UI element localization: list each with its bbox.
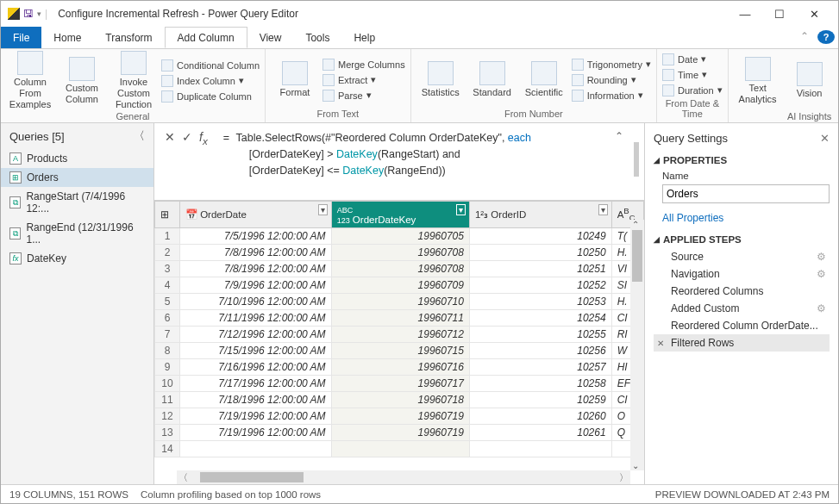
filter-dropdown-icon[interactable]: ▾ [456,204,466,215]
table-row[interactable]: 11 7/18/1996 12:00:00 AM 19960718 10259 … [155,392,644,408]
query-item[interactable]: ⧉RangeEnd (12/31/1996 1... [1,218,153,249]
table-row[interactable]: 9 7/16/1996 12:00:00 AM 19960716 10257 H… [155,359,644,376]
filter-dropdown-icon[interactable]: ▾ [318,204,328,215]
trigonometry-button[interactable]: Trigonometry ▾ [572,58,651,72]
cell-orderdate[interactable] [179,441,331,457]
row-number[interactable]: 6 [155,310,180,327]
cell-orderdatekey[interactable]: 19960718 [331,392,469,408]
row-number[interactable]: 10 [155,376,180,392]
table-row[interactable]: 5 7/10/1996 12:00:00 AM 19960710 10253 H… [155,294,644,310]
text-analytics-button[interactable]: Text Analytics [734,57,782,105]
save-icon[interactable]: 🖫 [23,8,34,20]
scroll-up-icon[interactable]: ⌃ [632,220,639,229]
tab-help[interactable]: Help [341,27,387,48]
row-number[interactable]: 7 [155,327,180,343]
row-number[interactable]: 5 [155,294,180,310]
gear-icon[interactable]: ⚙ [817,302,826,314]
table-row[interactable]: 12 7/19/1996 12:00:00 AM 19960719 10260 … [155,408,644,425]
cell-orderdate[interactable]: 7/12/1996 12:00:00 AM [179,327,331,343]
row-number[interactable]: 13 [155,425,180,441]
cell-orderid[interactable]: 10254 [469,310,611,327]
applied-step[interactable]: Navigation⚙ [654,265,830,283]
table-row[interactable]: 7 7/12/1996 12:00:00 AM 19960712 10255 R… [155,327,644,343]
statistics-button[interactable]: Statistics [416,61,465,98]
cell-orderdatekey[interactable] [331,441,469,457]
cell-orderdatekey[interactable]: 19960715 [331,343,469,359]
time-button[interactable]: Time ▾ [662,68,723,82]
cell-orderdate[interactable]: 7/19/1996 12:00:00 AM [179,408,331,425]
cell-orderid[interactable]: 10261 [469,425,611,441]
horizontal-scrollbar[interactable]: 〈 〉 [177,470,630,484]
table-row[interactable]: 2 7/8/1996 12:00:00 AM 19960708 10250 H. [155,245,644,261]
applied-step[interactable]: Added Custom⚙ [654,300,830,317]
cell-orderid[interactable]: 10256 [469,343,611,359]
help-icon[interactable]: ? [817,30,835,44]
collapse-panel-icon[interactable]: 〈 [134,128,145,144]
cell-orderid[interactable]: 10253 [469,294,611,310]
query-item[interactable]: fxDateKey [1,249,153,268]
applied-step[interactable]: Reordered Column OrderDate... [654,317,830,334]
cell-orderdate[interactable]: 7/18/1996 12:00:00 AM [179,392,331,408]
applied-steps-section[interactable]: ◢APPLIED STEPS [654,231,830,248]
table-row[interactable]: 8 7/15/1996 12:00:00 AM 19960715 10256 W [155,343,644,359]
cell-orderdate[interactable]: 7/5/1996 12:00:00 AM [179,228,331,245]
index-column-button[interactable]: Index Column ▾ [161,74,260,88]
cell-orderdatekey[interactable]: 19960708 [331,245,469,261]
vision-button[interactable]: Vision [786,62,834,99]
gear-icon[interactable]: ⚙ [817,251,826,263]
tab-add-column[interactable]: Add Column [165,27,247,48]
maximize-button[interactable]: ☐ [762,2,797,26]
applied-step[interactable]: Source⚙ [654,248,830,265]
tab-file[interactable]: File [1,27,41,48]
cell-orderdatekey[interactable]: 19960716 [331,359,469,376]
query-item[interactable]: ⊞Orders [1,168,153,187]
cell-orderid[interactable] [469,441,611,457]
row-number[interactable]: 12 [155,408,180,425]
duration-button[interactable]: Duration ▾ [662,84,723,97]
invoke-custom-function-button[interactable]: Invoke Custom Function [110,51,158,111]
cell-orderdatekey[interactable]: 19960712 [331,327,469,343]
cell-orderdate[interactable]: 7/16/1996 12:00:00 AM [179,359,331,376]
cell-orderid[interactable]: 10257 [469,359,611,376]
formula-scrollbar[interactable] [634,142,639,177]
cell-orderdate[interactable]: 7/11/1996 12:00:00 AM [179,310,331,327]
extract-button[interactable]: Extract ▾ [322,73,405,87]
fx-icon[interactable]: fx [199,130,208,146]
scroll-thumb[interactable] [200,472,304,482]
query-item[interactable]: AProducts [1,149,153,168]
gear-icon[interactable]: ⚙ [817,268,826,280]
column-header-orderid[interactable]: 1²₃ OrderID▾ [469,202,611,228]
cell-orderid[interactable]: 10258 [469,376,611,392]
tab-tools[interactable]: Tools [293,27,341,48]
table-row[interactable]: 14 [155,441,644,457]
cell-orderid[interactable]: 10259 [469,392,611,408]
column-header-orderdatekey[interactable]: ABC123 OrderDateKey▾ [331,202,469,228]
cell-orderdate[interactable]: 7/9/1996 12:00:00 AM [179,277,331,294]
accept-formula-icon[interactable]: ✓ [182,130,192,146]
row-number[interactable]: 1 [155,228,180,245]
close-button[interactable]: ✕ [797,2,831,26]
cell-orderdatekey[interactable]: 19960719 [331,408,469,425]
row-number[interactable]: 9 [155,359,180,376]
scroll-down-icon[interactable]: ⌄ [632,461,639,470]
column-from-examples-button[interactable]: Column From Examples [6,51,54,111]
properties-section[interactable]: ◢PROPERTIES [654,152,830,169]
cell-orderdate[interactable]: 7/10/1996 12:00:00 AM [179,294,331,310]
row-number[interactable]: 3 [155,261,180,277]
all-properties-link[interactable]: All Properties [654,208,830,231]
cell-orderdate[interactable]: 7/17/1996 12:00:00 AM [179,376,331,392]
standard-button[interactable]: Standard [468,61,517,98]
tab-view[interactable]: View [247,27,294,48]
query-item[interactable]: ⧉RangeStart (7/4/1996 12:... [1,187,153,218]
cell-orderdatekey[interactable]: 19960717 [331,376,469,392]
table-row[interactable]: 4 7/9/1996 12:00:00 AM 19960709 10252 SI [155,277,644,294]
collapse-ribbon-icon[interactable]: ⌃ [792,27,817,48]
merge-columns-button[interactable]: Merge Columns [322,58,405,72]
cancel-formula-icon[interactable]: ✕ [165,130,175,146]
row-number[interactable]: 8 [155,343,180,359]
cell-orderid[interactable]: 10250 [469,245,611,261]
table-row[interactable]: 6 7/11/1996 12:00:00 AM 19960711 10254 C… [155,310,644,327]
cell-orderdatekey[interactable]: 19960705 [331,228,469,245]
tab-home[interactable]: Home [41,27,93,48]
table-row[interactable]: 1 7/5/1996 12:00:00 AM 19960705 10249 T( [155,228,644,245]
